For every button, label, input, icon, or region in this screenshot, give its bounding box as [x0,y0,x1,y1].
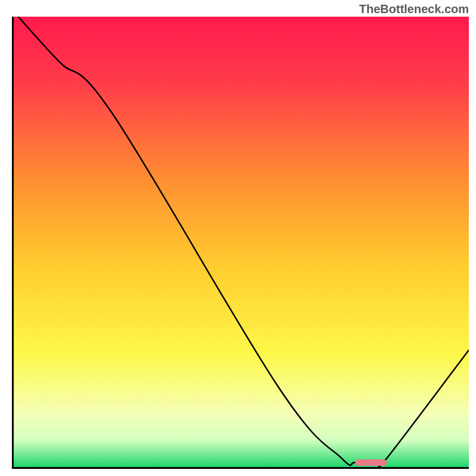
gradient-background [14,17,469,467]
plot-area [12,17,469,469]
optimal-range-marker [355,459,387,466]
chart-svg [14,17,469,467]
chart-container: TheBottleneck.com [0,0,476,476]
watermark-text: TheBottleneck.com [359,2,469,16]
